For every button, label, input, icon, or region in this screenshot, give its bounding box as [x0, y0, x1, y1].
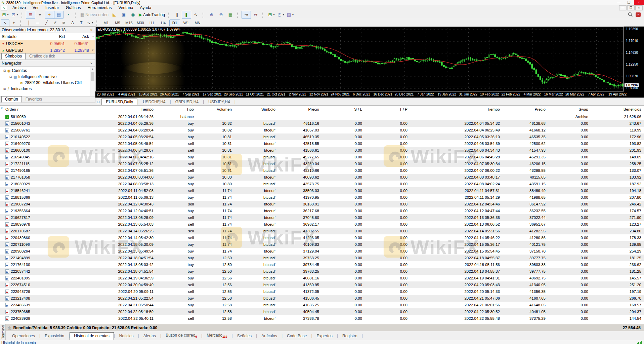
table-row[interactable]: 2188153692022.04.11 05:09:13buy11.74btcu… — [0, 194, 644, 201]
signal-button[interactable]: ◉ — [128, 11, 138, 19]
strategy-tester-button[interactable]: ◔ — [63, 11, 73, 19]
terminal-tab-noticias[interactable]: Noticias — [115, 332, 138, 340]
new-chart-button[interactable]: ⊞▾ — [1, 11, 10, 19]
child-close-button[interactable]: × — [635, 5, 643, 10]
table-row[interactable]: 2224018952022.04.19 04:36:59buy12.56btcu… — [0, 275, 644, 281]
table-row[interactable]: 2217641302022.04.18 05:03:42buy12.50btcu… — [0, 261, 644, 268]
arrows-tool-button[interactable]: ↘▾ — [86, 20, 94, 26]
terminal-tab-code-base[interactable]: Code Base — [283, 332, 311, 340]
table-row[interactable]: 2234866392022.04.21 05:50:44buy12.58btcu… — [0, 302, 644, 308]
tab-com-n[interactable]: Común — [1, 96, 22, 103]
table-row[interactable]: 2232174082022.04.21 05:22:54buy12.58btcu… — [0, 295, 644, 302]
column-header-11[interactable]: Beneficios — [591, 106, 644, 113]
terminal-tab-mercado[interactable]: Mercado119 — [202, 332, 231, 340]
expander-icon[interactable]: ⊞ — [3, 87, 6, 90]
table-row[interactable]: 2161405222022.04.05 03:20:54buy10.81btcu… — [0, 133, 644, 140]
profiles-button[interactable]: ⊡▾ — [10, 11, 19, 19]
zoom-out-button[interactable]: ⊖ — [216, 11, 226, 19]
market-watch-button[interactable]: ≣ — [26, 11, 35, 19]
column-header-7[interactable]: T / P — [365, 106, 410, 113]
terminal-tab-alertas[interactable]: Alertas — [139, 332, 160, 340]
table-row[interactable]: 2166801002022.04.06 04:29:07sell10.81btc… — [0, 147, 644, 154]
table-row[interactable]: 2198969782022.04.13 05:54:03sell11.74btc… — [0, 221, 644, 228]
chart-tab-usdchf-h4[interactable]: USDCHF,H4 — [138, 99, 170, 105]
column-header-10[interactable]: Swap — [548, 106, 591, 113]
table-row[interactable]: 2204398602022.04.14 05:42:30sell11.74btc… — [0, 234, 644, 241]
column-header-2[interactable]: Tipo — [156, 106, 197, 113]
bar-chart-button[interactable]: ∥ — [172, 11, 182, 19]
candlestick-chart-button[interactable]: ❚ — [182, 11, 191, 19]
terminal-tab-expertos[interactable]: Expertos — [312, 332, 337, 340]
terminal-side-tab[interactable]: Terminal — [0, 324, 6, 340]
chart-shift-button[interactable]: ↦ — [251, 11, 260, 19]
period-h1-button[interactable]: H1 — [146, 20, 157, 26]
terminal-tab-art-culos[interactable]: Artículos — [257, 332, 282, 340]
auto-scroll-button[interactable]: ⇥ — [242, 11, 251, 19]
table-row[interactable]: 2193563642022.04.12 04:40:51buy11.74btce… — [0, 207, 644, 214]
restore-button[interactable]: ❐ — [624, 0, 634, 5]
search-icon[interactable] — [628, 12, 633, 17]
table-row[interactable]: 2174901652022.04.07 05:51:36sell10.81btc… — [0, 167, 644, 174]
chart-plot[interactable] — [95, 27, 624, 91]
terminal-tab-buz-n-de-correo[interactable]: Buzón de correo6 — [161, 332, 201, 340]
table-row[interactable]: 2196278172022.04.13 05:28:09sell11.74btc… — [0, 214, 644, 221]
menu-archivo[interactable]: Archivo — [9, 5, 29, 10]
tree-item[interactable]: ⊟◉Cuentas — [0, 68, 95, 74]
child-minimize-button[interactable]: — — [619, 5, 627, 10]
column-header-6[interactable]: S / L — [322, 106, 365, 113]
terminal-tab-se-ales[interactable]: Señales — [233, 332, 256, 340]
menu-insertar[interactable]: Insertar — [42, 5, 62, 10]
chart-date-axis[interactable]: 23 Jul 20214 Aug 202116 Aug 202126 Aug 2… — [95, 91, 644, 98]
table-row[interactable]: 2177618582022.04.08 03:44:00buy10.80btce… — [0, 174, 644, 181]
tab-favoritos[interactable]: Favoritos — [22, 96, 46, 103]
scroll-up-icon[interactable]: ▲ — [91, 68, 94, 71]
column-header-8[interactable]: Tiempo — [410, 106, 503, 113]
tree-item[interactable]: ⊟▦IntelligencePrime-live — [0, 74, 95, 80]
terminal-tab-registro[interactable]: Registro — [338, 332, 362, 340]
menu-ayuda[interactable]: Ayuda — [136, 5, 155, 10]
table-row[interactable]: 2240289392022.04.22 05:40:11sell12.58btc… — [0, 315, 644, 322]
tile-windows-button[interactable]: ▦ — [226, 11, 235, 19]
table-row[interactable]: 2156010432022.04.04 05:29:36buy10.82btcu… — [0, 120, 644, 127]
market-watch-row[interactable]: ▼USDCHF0.956510.95661 — [0, 40, 95, 47]
table-row[interactable]: 2164092702022.04.05 03:49:54sell10.81btc… — [0, 140, 644, 147]
chart-windows-icon[interactable]: ⊡ — [97, 100, 99, 104]
period-m30-button[interactable]: M30 — [135, 20, 146, 26]
child-restore-button[interactable]: ❐ — [627, 5, 635, 10]
terminal-tab-historial-de-cuentas[interactable]: Historial de cuentas — [70, 332, 114, 340]
period-m5-button[interactable]: M5 — [112, 20, 123, 26]
terminal-tab-exposici-n[interactable]: Exposición — [40, 332, 69, 340]
chart-price-scale[interactable]: 1.193901.170101.146301.122501.098701.074… — [624, 27, 644, 91]
period-mn-button[interactable]: MN — [192, 20, 203, 26]
period-h4-button[interactable]: H4 — [158, 20, 169, 26]
chart-tab-eurusd-daily[interactable]: EURUSD,Daily — [101, 99, 137, 105]
chart-tab-gbpusd-h4[interactable]: GBPUSD,H4 — [171, 99, 203, 105]
table-row[interactable]: 2214948992022.04.18 04:51:54buy12.50btcu… — [0, 255, 644, 261]
period-w1-button[interactable]: W1 — [181, 20, 191, 26]
tab-gr-fico-de-tick[interactable]: Gráfico de tick — [26, 53, 59, 60]
expander-icon[interactable]: ⊟ — [9, 75, 12, 78]
text-label-tool-button[interactable]: T — [77, 20, 86, 26]
metaeditor-button[interactable]: ▣ — [119, 11, 128, 19]
scroll-down-icon[interactable]: ▼ — [90, 47, 95, 54]
table-row[interactable]: 2201706872022.04.14 05:26:25sell11.74btc… — [0, 228, 644, 234]
crosshair-tool-button[interactable]: + — [9, 20, 18, 26]
column-header-3[interactable]: Volumen — [197, 106, 234, 113]
table-row[interactable]: 2237596852022.04.22 05:18:59sell12.58btc… — [0, 308, 644, 315]
column-ask[interactable]: Ask — [66, 33, 90, 40]
line-chart-button[interactable]: ∿ — [191, 11, 201, 19]
period-m15-button[interactable]: M15 — [124, 20, 134, 26]
terminal-tab-operaciones[interactable]: Operaciones — [8, 332, 39, 340]
table-row[interactable]: 2172211152022.04.07 05:25:12sell10.81btc… — [0, 160, 644, 167]
table-row[interactable]: 2169490452022.04.06 04:42:16buy10.81btcu… — [0, 154, 644, 160]
table-row[interactable]: 2226745102022.04.20 04:59:49sell12.56btc… — [0, 281, 644, 288]
indicators-button[interactable]: ⊞▾ — [267, 11, 276, 19]
chart-tab-usdjpy-h4[interactable]: USDJPY,H4 — [204, 99, 234, 105]
terminal-panel-button[interactable]: ▤ — [54, 11, 63, 19]
templates-button[interactable]: ▨▾ — [286, 11, 295, 19]
data-window-button[interactable]: ⌖ — [35, 11, 45, 19]
equidistant-channel-tool-button[interactable]: ∕∕ — [51, 20, 59, 26]
zoom-in-button[interactable]: ⊕ — [207, 11, 216, 19]
scroll-thumb[interactable] — [91, 72, 94, 81]
table-row[interactable]: 2209802642022.04.15 05:49:54buy11.74btce… — [0, 248, 644, 255]
